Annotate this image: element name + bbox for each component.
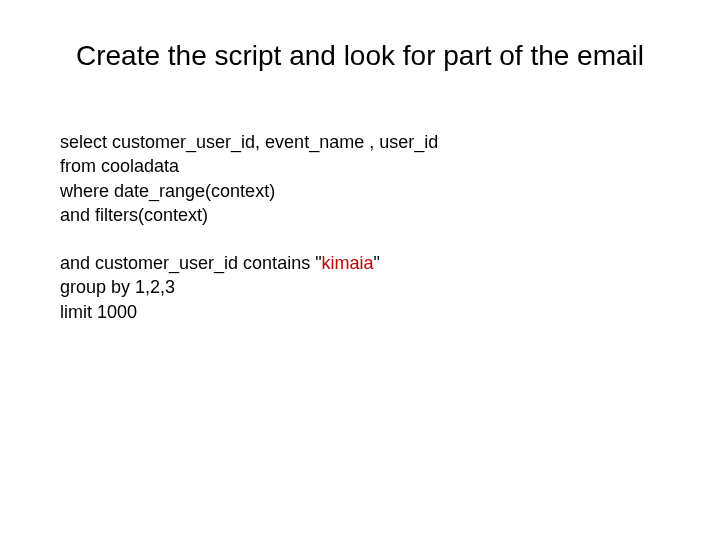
slide-title: Create the script and look for part of t…	[0, 40, 720, 72]
script-line-7: group by 1,2,3	[60, 275, 660, 299]
line6-prefix: and customer_user_id contains "	[60, 253, 322, 273]
script-line-4: and filters(context)	[60, 203, 660, 227]
blank-line	[60, 227, 660, 251]
script-line-1: select customer_user_id, event_name , us…	[60, 130, 660, 154]
script-line-3: where date_range(context)	[60, 179, 660, 203]
script-body: select customer_user_id, event_name , us…	[60, 130, 660, 324]
script-line-2: from cooladata	[60, 154, 660, 178]
line6-suffix: "	[374, 253, 380, 273]
slide: Create the script and look for part of t…	[0, 0, 720, 540]
highlight-term: kimaia	[322, 253, 374, 273]
script-line-6: and customer_user_id contains "kimaia"	[60, 251, 660, 275]
script-line-8: limit 1000	[60, 300, 660, 324]
